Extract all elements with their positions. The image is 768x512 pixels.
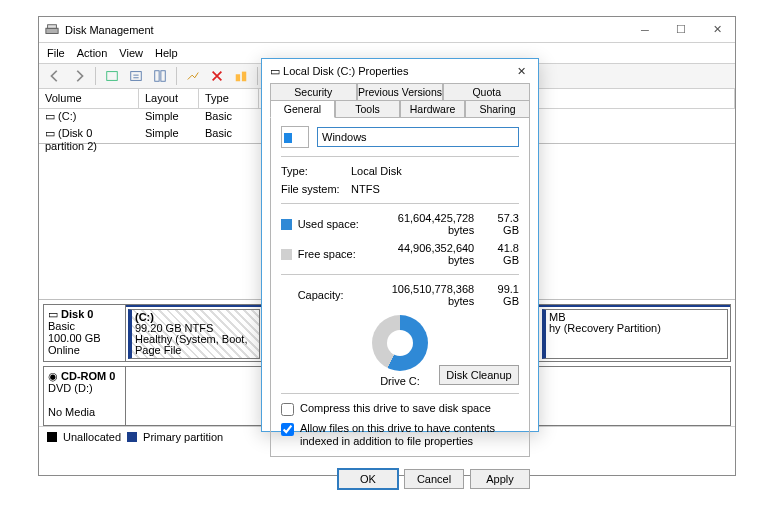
dialog-button-row: OK Cancel Apply: [262, 463, 538, 495]
svg-rect-3: [131, 72, 142, 81]
apply-button[interactable]: Apply: [470, 469, 530, 489]
index-checkbox[interactable]: [281, 423, 294, 436]
svg-rect-5: [161, 71, 165, 82]
free-bytes: 44,906,352,640 bytes: [370, 242, 475, 266]
tab-previous-versions[interactable]: Previous Versions: [357, 83, 444, 101]
dialog-title: Local Disk (C:) Properties: [283, 65, 408, 77]
compress-checkbox-label[interactable]: Compress this drive to save disk space: [281, 402, 519, 416]
menu-help[interactable]: Help: [155, 47, 178, 59]
partition-recovery[interactable]: MB hy (Recovery Partition): [542, 309, 728, 359]
properties-dialog: ▭ Local Disk (C:) Properties ✕ Security …: [261, 58, 539, 432]
titlebar[interactable]: Disk Management ─ ☐ ✕: [39, 17, 735, 43]
free-swatch: [281, 249, 292, 260]
maximize-button[interactable]: ☐: [663, 17, 699, 43]
tab-tools[interactable]: Tools: [335, 100, 400, 118]
tool-btn-3[interactable]: [150, 66, 170, 86]
tool-btn-1[interactable]: [102, 66, 122, 86]
disk-cleanup-button[interactable]: Disk Cleanup: [439, 365, 519, 385]
disc-icon: ◉: [48, 370, 58, 382]
partition-c[interactable]: (C:) 99.20 GB NTFS Healthy (System, Boot…: [128, 309, 260, 359]
menu-action[interactable]: Action: [77, 47, 108, 59]
col-volume[interactable]: Volume: [39, 89, 139, 108]
capacity-label: Capacity:: [298, 289, 364, 301]
svg-rect-7: [242, 72, 246, 82]
tab-quota[interactable]: Quota: [443, 83, 530, 101]
close-button[interactable]: ✕: [699, 17, 735, 43]
used-swatch: [281, 219, 292, 230]
tab-sharing[interactable]: Sharing: [465, 100, 530, 118]
legend-swatch-primary: [127, 432, 137, 442]
disk-icon: ▭: [48, 308, 58, 320]
drive-icon: [281, 126, 309, 148]
forward-button[interactable]: [69, 66, 89, 86]
filesystem-value: NTFS: [351, 183, 380, 195]
svg-rect-4: [155, 71, 159, 82]
disk-info: ◉ CD-ROM 0 DVD (D:) No Media: [44, 367, 126, 425]
drive-letter-label: Drive C:: [380, 375, 420, 387]
compress-checkbox[interactable]: [281, 403, 294, 416]
close-icon[interactable]: ✕: [504, 59, 538, 83]
cancel-button[interactable]: Cancel: [404, 469, 464, 489]
menu-file[interactable]: File: [47, 47, 65, 59]
capacity-bytes: 106,510,778,368 bytes: [370, 283, 475, 307]
legend-unallocated: Unallocated: [63, 431, 121, 443]
svg-rect-0: [46, 28, 58, 33]
volume-label-input[interactable]: [317, 127, 519, 147]
drive-icon: ▭: [45, 110, 55, 122]
type-label: Type:: [281, 165, 351, 177]
tabs: Security Previous Versions Quota General…: [270, 83, 530, 118]
drive-icon: ▭: [270, 65, 280, 78]
svg-rect-6: [236, 74, 240, 81]
legend-primary: Primary partition: [143, 431, 223, 443]
disk-info: ▭ Disk 0 Basic 100.00 GB Online: [44, 305, 126, 361]
tab-general[interactable]: General: [270, 100, 335, 118]
menu-view[interactable]: View: [119, 47, 143, 59]
back-button[interactable]: [45, 66, 65, 86]
used-bytes: 61,604,425,728 bytes: [370, 212, 475, 236]
tool-btn-5[interactable]: [231, 66, 251, 86]
col-type[interactable]: Type: [199, 89, 259, 108]
free-label: Free space:: [298, 248, 364, 260]
tool-btn-4[interactable]: [183, 66, 203, 86]
index-checkbox-label[interactable]: Allow files on this drive to have conten…: [281, 422, 519, 448]
used-gb: 57.3 GB: [480, 212, 519, 236]
dialog-titlebar[interactable]: ▭ Local Disk (C:) Properties ✕: [262, 59, 538, 83]
capacity-gb: 99.1 GB: [480, 283, 519, 307]
window-title: Disk Management: [65, 24, 154, 36]
type-value: Local Disk: [351, 165, 402, 177]
app-icon: [45, 23, 59, 37]
used-label: Used space:: [298, 218, 364, 230]
svg-rect-2: [107, 72, 118, 81]
tab-general-body: Type:Local Disk File system:NTFS Used sp…: [270, 118, 530, 457]
svg-rect-1: [48, 24, 57, 28]
tab-security[interactable]: Security: [270, 83, 357, 101]
ok-button[interactable]: OK: [338, 469, 398, 489]
delete-icon[interactable]: [207, 66, 227, 86]
usage-donut-chart: [372, 315, 428, 371]
tab-hardware[interactable]: Hardware: [400, 100, 465, 118]
tool-btn-2[interactable]: [126, 66, 146, 86]
filesystem-label: File system:: [281, 183, 351, 195]
col-layout[interactable]: Layout: [139, 89, 199, 108]
minimize-button[interactable]: ─: [627, 17, 663, 43]
drive-icon: ▭: [45, 127, 55, 139]
legend-swatch-unallocated: [47, 432, 57, 442]
free-gb: 41.8 GB: [480, 242, 519, 266]
